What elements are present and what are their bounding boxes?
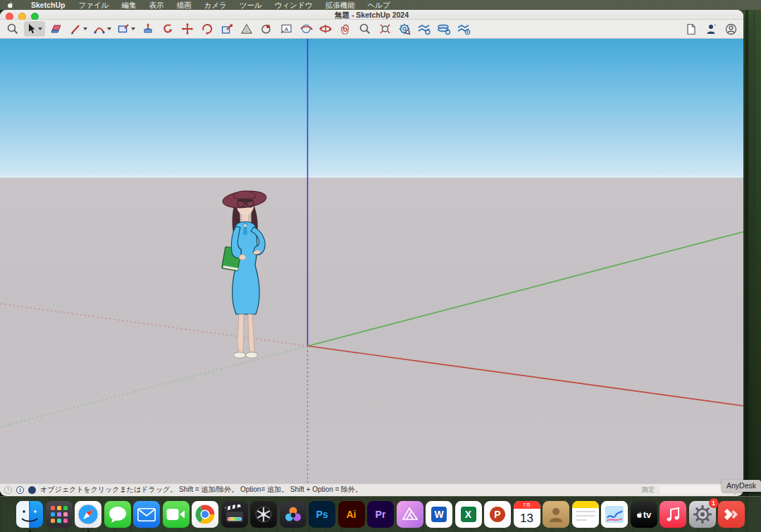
rectangle-tool-icon[interactable] xyxy=(116,21,137,37)
eraser-tool-icon[interactable] xyxy=(48,21,65,37)
dock-apple-tv-icon[interactable]: tv xyxy=(631,501,657,528)
dock-photoshop-icon[interactable]: Ps xyxy=(309,501,335,528)
follow-me-tool-icon[interactable] xyxy=(159,21,176,37)
person-figure[interactable] xyxy=(211,182,282,362)
sandbox-scratch-tool-icon[interactable] xyxy=(435,21,452,37)
desktop: SketchUp ファイル 編集 表示 描画 カメラ ツール ウィンドウ 拡張機… xyxy=(0,0,761,532)
sandbox-contours-tool-icon[interactable] xyxy=(416,21,433,37)
dock-settings-icon[interactable]: 1 xyxy=(689,501,716,528)
text-tool-icon[interactable]: A xyxy=(278,21,295,37)
drawing-axes xyxy=(0,39,743,483)
help-icon[interactable]: ? xyxy=(4,486,12,494)
instructor-icon[interactable] xyxy=(28,486,36,494)
zoom-tool-icon[interactable] xyxy=(357,21,373,37)
dock-calendar-icon[interactable]: 7月 13 xyxy=(514,501,540,528)
settings-badge: 1 xyxy=(709,498,719,508)
rectangle-dropdown-caret[interactable] xyxy=(131,27,135,30)
apple-tv-label: tv xyxy=(643,509,652,520)
window-title: 無題 - SketchUp 2024 xyxy=(0,10,743,20)
search-tool-icon[interactable] xyxy=(4,21,21,37)
apple-menu-icon[interactable] xyxy=(7,1,14,9)
dock: Ps Ai Pr W X P xyxy=(0,496,761,532)
menu-extensions[interactable]: 拡張機能 xyxy=(318,0,361,10)
dock-launchpad-icon[interactable] xyxy=(46,501,73,528)
scale-tool-icon[interactable] xyxy=(218,21,235,37)
anydesk-tooltip: AnyDesk xyxy=(722,480,761,492)
excel-label: X xyxy=(461,507,476,522)
zoom-extents-tool-icon[interactable] xyxy=(376,21,393,37)
smoove-tool-icon[interactable] xyxy=(455,21,472,37)
menu-help[interactable]: ヘルプ xyxy=(361,0,396,10)
rotate-view-tool-icon[interactable] xyxy=(317,21,334,37)
dock-messages-icon[interactable] xyxy=(104,501,131,528)
dock-freeform-icon[interactable] xyxy=(601,501,628,528)
toolbar: A xyxy=(0,20,743,39)
menu-file[interactable]: ファイル xyxy=(72,0,115,10)
menu-draw[interactable]: 描画 xyxy=(170,0,197,10)
dock-word-icon[interactable]: W xyxy=(426,501,452,528)
dock-facetime-icon[interactable] xyxy=(163,501,190,528)
rotate-tool-icon[interactable] xyxy=(199,21,216,37)
dock-illustrator-icon[interactable]: Ai xyxy=(338,501,365,528)
dock-premiere-icon[interactable]: Pr xyxy=(367,501,394,528)
measurement-label: 測定 xyxy=(641,485,655,495)
info-icon[interactable]: i xyxy=(16,486,24,494)
premiere-label: Pr xyxy=(376,509,386,520)
select-tool-icon[interactable] xyxy=(24,21,45,37)
dock-anydesk-icon[interactable] xyxy=(718,501,745,528)
line-dropdown-caret[interactable] xyxy=(83,27,87,30)
new-document-icon[interactable] xyxy=(683,21,700,37)
menu-edit[interactable]: 編集 xyxy=(115,0,142,10)
dock-safari-icon[interactable] xyxy=(75,501,101,528)
dock-affinity-icon[interactable] xyxy=(397,501,423,528)
dock-davinci-resolve-icon[interactable] xyxy=(280,501,307,528)
photoshop-label: Ps xyxy=(316,509,328,520)
dock-notes-icon[interactable] xyxy=(572,501,599,528)
account-icon[interactable] xyxy=(722,21,739,37)
status-bar: ? i オブジェクトをクリックまたはドラッグ。 Shift = 追加/除外。 O… xyxy=(0,483,743,495)
svg-text:A: A xyxy=(284,26,288,32)
paint-bucket-tool-icon[interactable] xyxy=(258,21,275,37)
menu-tools[interactable]: ツール xyxy=(233,0,268,10)
dock-chrome-icon[interactable] xyxy=(192,501,218,528)
menu-camera[interactable]: カメラ xyxy=(197,0,233,10)
dock-excel-icon[interactable]: X xyxy=(455,501,482,528)
arc-dropdown-caret[interactable] xyxy=(107,27,111,30)
dock-contacts-icon[interactable] xyxy=(543,501,569,528)
push-pull-tool-icon[interactable] xyxy=(140,21,156,37)
model-info-icon[interactable] xyxy=(703,21,719,37)
sketchup-window: 無題 - SketchUp 2024 xyxy=(0,10,743,496)
dock-mail-icon[interactable] xyxy=(133,501,160,528)
illustrator-label: Ai xyxy=(347,509,357,520)
orbit-tool-icon[interactable] xyxy=(297,21,314,37)
dock-compressor-icon[interactable] xyxy=(250,501,277,528)
title-bar[interactable]: 無題 - SketchUp 2024 xyxy=(0,10,743,20)
dock-powerpoint-icon[interactable]: P xyxy=(484,501,511,528)
menu-window[interactable]: ウィンドウ xyxy=(268,0,319,10)
menu-bar: SketchUp ファイル 編集 表示 描画 カメラ ツール ウィンドウ 拡張機… xyxy=(0,0,761,10)
word-label: W xyxy=(431,507,447,522)
status-hint-text: オブジェクトをクリックまたはドラッグ。 Shift = 追加/除外。 Optio… xyxy=(40,485,362,495)
powerpoint-label: P xyxy=(490,507,505,522)
line-tool-icon[interactable] xyxy=(68,21,89,37)
warehouse-search-tool-icon[interactable] xyxy=(396,21,413,37)
menu-view[interactable]: 表示 xyxy=(142,0,170,10)
pan-tool-icon[interactable] xyxy=(337,21,354,37)
calendar-month-label: 7月 xyxy=(514,501,540,509)
select-dropdown-caret[interactable] xyxy=(38,27,42,30)
tape-measure-tool-icon[interactable] xyxy=(238,21,255,37)
arc-tool-icon[interactable] xyxy=(92,21,113,37)
dock-music-icon[interactable] xyxy=(660,501,686,528)
menu-app-name[interactable]: SketchUp xyxy=(24,0,72,10)
move-tool-icon[interactable] xyxy=(179,21,196,37)
model-viewport[interactable] xyxy=(0,39,743,483)
calendar-day-label: 13 xyxy=(514,509,540,528)
dock-finder-icon[interactable] xyxy=(16,501,43,528)
dock-final-cut-pro-icon[interactable] xyxy=(221,501,248,528)
